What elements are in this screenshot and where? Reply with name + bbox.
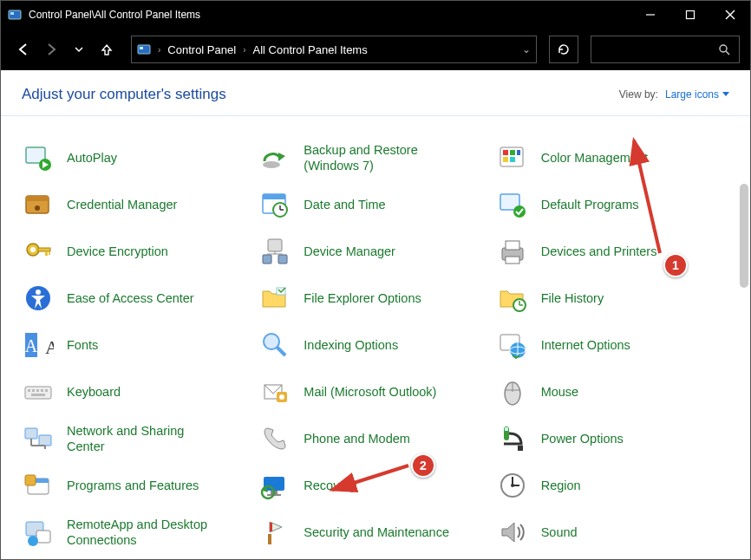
control-panel-item[interactable]: Devices and Printers bbox=[496, 234, 729, 269]
svg-point-8 bbox=[720, 45, 727, 52]
backup-icon bbox=[258, 141, 291, 174]
control-panel-item[interactable]: Mail (Microsoft Outlook) bbox=[258, 374, 492, 409]
control-panel-item[interactable]: Keyboard bbox=[22, 374, 255, 409]
svg-point-88 bbox=[511, 484, 514, 487]
control-panel-item[interactable]: Backup and Restore (Windows 7) bbox=[258, 140, 492, 175]
control-panel-item[interactable]: Date and Time bbox=[258, 187, 492, 222]
svg-rect-71 bbox=[39, 435, 51, 446]
region-icon bbox=[496, 469, 529, 502]
network-icon bbox=[22, 422, 55, 455]
control-panel-item[interactable]: File History bbox=[496, 281, 729, 316]
control-panel-item[interactable]: AAFonts bbox=[22, 328, 255, 362]
autoplay-icon bbox=[22, 141, 55, 174]
control-panel-item[interactable]: Security and Maintenance bbox=[258, 515, 492, 550]
item-label: Recovery bbox=[304, 478, 356, 493]
recent-dropdown[interactable] bbox=[67, 37, 91, 62]
control-panel-item[interactable]: Network and Sharing Center bbox=[22, 421, 255, 456]
fonts-icon: AA bbox=[22, 329, 55, 361]
control-panel-item[interactable]: Programs and Features bbox=[22, 468, 255, 503]
item-label: AutoPlay bbox=[67, 150, 117, 166]
chevron-down-icon[interactable]: ⌄ bbox=[522, 43, 531, 55]
svg-rect-80 bbox=[25, 475, 36, 485]
keyboard-icon bbox=[22, 375, 55, 408]
item-label: Device Manager bbox=[304, 244, 395, 259]
svg-rect-17 bbox=[503, 157, 508, 162]
item-label: Sound bbox=[541, 524, 578, 540]
control-panel-item[interactable]: Ease of Access Center bbox=[22, 281, 255, 316]
address-bar[interactable]: › Control Panel › All Control Panel Item… bbox=[131, 36, 537, 63]
chevron-right-icon: › bbox=[158, 45, 160, 55]
svg-rect-77 bbox=[518, 446, 523, 451]
svg-rect-41 bbox=[506, 257, 519, 264]
item-label: RemoteApp and Desktop Connections bbox=[67, 517, 214, 548]
search-icon bbox=[718, 43, 730, 55]
power-icon bbox=[496, 422, 529, 455]
item-label: Power Options bbox=[541, 431, 624, 446]
control-panel-item[interactable]: RemoteApp and Desktop Connections bbox=[22, 515, 255, 550]
recovery-icon bbox=[258, 469, 291, 502]
indexing-icon bbox=[258, 329, 291, 361]
svg-point-30 bbox=[30, 247, 36, 252]
control-panel-item[interactable]: Device Manager bbox=[258, 234, 492, 269]
control-panel-item[interactable]: Sound bbox=[496, 515, 729, 550]
ease-icon bbox=[22, 282, 55, 315]
items-grid: AutoPlayBackup and Restore (Windows 7)Co… bbox=[1, 123, 750, 557]
view-by-label: View by: bbox=[619, 88, 658, 101]
svg-rect-23 bbox=[263, 194, 285, 199]
up-button[interactable] bbox=[95, 37, 119, 62]
control-panel-item[interactable]: Mouse bbox=[496, 374, 729, 409]
maximize-button[interactable] bbox=[670, 1, 710, 29]
control-panel-item[interactable]: Region bbox=[496, 468, 729, 503]
close-button[interactable] bbox=[710, 1, 750, 29]
control-panel-item[interactable]: Device Encryption bbox=[22, 234, 255, 269]
svg-rect-76 bbox=[505, 427, 508, 431]
page-title: Adjust your computer's settings bbox=[22, 86, 226, 103]
annotation-badge-1: 1 bbox=[663, 253, 688, 277]
control-panel-item[interactable]: Credential Manager bbox=[22, 187, 255, 222]
control-panel-item[interactable]: Recovery bbox=[258, 468, 492, 503]
control-panel-item[interactable]: Indexing Options bbox=[258, 328, 492, 362]
refresh-button[interactable] bbox=[549, 36, 578, 63]
svg-point-21 bbox=[35, 205, 40, 211]
svg-rect-81 bbox=[264, 477, 284, 491]
svg-rect-16 bbox=[517, 150, 520, 155]
item-label: Credential Manager bbox=[67, 197, 177, 212]
control-panel-item[interactable]: Internet Options bbox=[496, 328, 729, 362]
control-panel-item[interactable]: Default Programs bbox=[496, 187, 729, 222]
back-button[interactable] bbox=[11, 37, 36, 62]
chevron-right-icon: › bbox=[243, 45, 245, 55]
control-panel-item[interactable]: File Explorer Options bbox=[258, 281, 492, 316]
item-label: Indexing Options bbox=[304, 337, 398, 353]
titlebar: Control Panel\All Control Panel Items bbox=[1, 1, 750, 29]
annotation-badge-2: 2 bbox=[411, 453, 435, 478]
svg-rect-57 bbox=[25, 387, 51, 399]
search-input[interactable] bbox=[591, 36, 740, 63]
svg-rect-18 bbox=[510, 157, 515, 162]
svg-rect-58 bbox=[28, 389, 30, 392]
view-by-dropdown[interactable]: Large icons bbox=[665, 88, 729, 101]
mouse-icon bbox=[496, 375, 529, 408]
breadcrumb-current[interactable]: All Control Panel Items bbox=[251, 43, 369, 56]
svg-point-28 bbox=[513, 205, 526, 218]
item-label: Date and Time bbox=[304, 197, 385, 212]
control-panel-item[interactable]: AutoPlay bbox=[22, 140, 255, 175]
control-panel-item[interactable]: Color Management bbox=[496, 140, 729, 175]
svg-rect-62 bbox=[45, 389, 48, 392]
item-label: File Explorer Options bbox=[304, 290, 421, 306]
svg-rect-93 bbox=[270, 523, 272, 531]
forward-button[interactable] bbox=[39, 37, 63, 62]
svg-rect-34 bbox=[268, 239, 282, 251]
control-panel-item[interactable]: Phone and Modem bbox=[258, 421, 492, 456]
control-panel-item[interactable]: Power Options bbox=[496, 421, 729, 456]
breadcrumb-root[interactable]: Control Panel bbox=[166, 43, 238, 56]
item-label: Region bbox=[541, 478, 581, 493]
svg-rect-70 bbox=[25, 428, 37, 439]
item-label: Mouse bbox=[541, 384, 579, 400]
printer-icon bbox=[496, 235, 529, 268]
scrollbar[interactable] bbox=[740, 184, 748, 288]
minimize-button[interactable] bbox=[630, 1, 670, 29]
item-label: File History bbox=[541, 290, 604, 306]
svg-rect-32 bbox=[45, 251, 48, 256]
svg-rect-60 bbox=[36, 389, 39, 392]
divider bbox=[1, 115, 750, 116]
